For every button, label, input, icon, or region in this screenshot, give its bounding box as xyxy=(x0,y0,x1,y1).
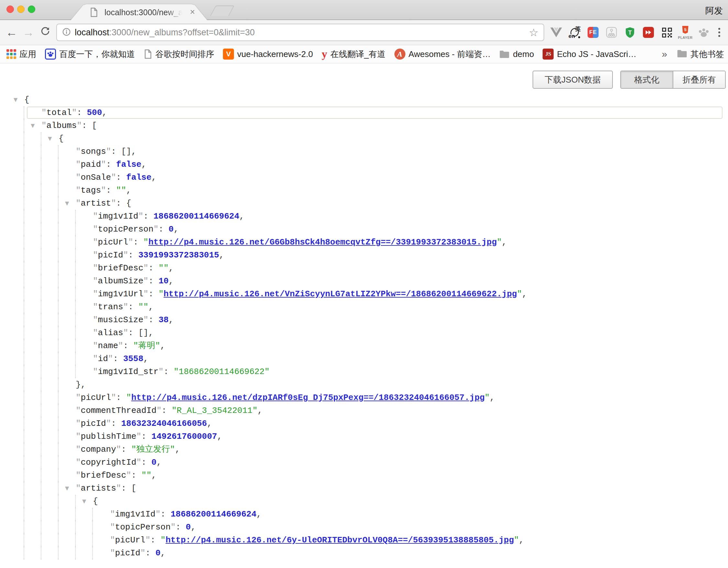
json-line: "img1v1Id": 18686200114669624, xyxy=(0,508,728,521)
bookmark-apps[interactable]: 应用 xyxy=(6,49,36,60)
json-line: "trans": "", xyxy=(0,301,728,314)
extension-vue-devtools[interactable] xyxy=(550,25,562,40)
json-line: }, xyxy=(0,378,728,391)
json-line: ▼"albums": [ xyxy=(0,119,728,132)
profile-name[interactable]: 阿发 xyxy=(705,5,723,17)
tab-close-icon[interactable]: × xyxy=(187,7,198,17)
other-bookmarks-folder[interactable]: 其他书签 xyxy=(677,49,724,60)
json-line-content: "songs": [], xyxy=(0,145,136,158)
address-bar[interactable]: localhost:3000/new_albums?offset=0&limit… xyxy=(56,24,544,41)
json-open-bracket: { xyxy=(93,496,98,506)
json-line-content: "id": 3558, xyxy=(0,352,149,365)
json-line-content: "briefDesc": "", xyxy=(0,262,174,274)
json-line-content: "artist": { xyxy=(0,197,131,210)
json-line: "tags": "", xyxy=(0,184,728,197)
extension-qrcode[interactable] xyxy=(661,25,673,40)
extension-translate[interactable]: 英en xyxy=(568,25,581,40)
json-line: "picUrl": "http://p4.music.126.net/dzpIA… xyxy=(0,391,728,404)
json-line-content: "publishTime": 1492617600007, xyxy=(0,430,222,443)
translate-target-label: 英 xyxy=(575,25,581,33)
json-key: albumSize xyxy=(98,276,143,286)
json-line-content: "picUrl": "http://p4.music.126.net/dzpIA… xyxy=(0,391,495,404)
json-open-bracket: { xyxy=(126,198,131,208)
json-key: paid xyxy=(81,160,101,169)
json-line: "company": "独立发行", xyxy=(0,443,728,456)
json-line-content: "copyrightId": 0, xyxy=(0,456,161,469)
vue-gray-icon xyxy=(550,28,562,37)
json-link[interactable]: http://p4.music.126.net/dzpIARf0sEg_Dj75… xyxy=(131,393,485,403)
forward-button[interactable]: → xyxy=(20,24,37,41)
bookmark-label: Awesomes - 前端资… xyxy=(409,49,491,60)
json-key: commentThreadId xyxy=(81,406,157,416)
json-value: "" xyxy=(138,302,148,312)
json-line: ▼{ xyxy=(0,93,728,106)
format-button[interactable]: 格式化 xyxy=(621,71,673,88)
extension-html5-player[interactable]: 5PLAYER xyxy=(679,25,691,40)
bookmark-demo[interactable]: demo xyxy=(499,49,534,59)
folder-icon xyxy=(499,50,510,58)
json-line-content: "picId": 18632324046166056, xyxy=(0,417,212,430)
json-line-content: "alias": [], xyxy=(0,327,153,340)
json-line: "picId": 3391993372383015, xyxy=(0,249,728,262)
window-controls xyxy=(6,6,35,13)
json-line: ▼{ xyxy=(0,132,728,145)
json-line: "alias": [], xyxy=(0,327,728,340)
bookmark-youdao[interactable]: y在线翻译_有道 xyxy=(322,48,385,60)
json-link[interactable]: http://p4.music.126.net/VnZiScyynLG7atLI… xyxy=(163,289,517,299)
json-value: 1492617600007 xyxy=(151,432,217,441)
json-line-content: "briefDesc": "", xyxy=(0,469,157,482)
window-minimize-button[interactable] xyxy=(17,6,25,13)
fe-icon: FE xyxy=(588,27,599,38)
json-line: "onSale": false, xyxy=(0,171,728,184)
json-key: musicSize xyxy=(98,315,143,325)
json-key: picId xyxy=(98,250,123,260)
bookmark-awesomes[interactable]: AAwesomes - 前端资… xyxy=(394,49,491,60)
awesomes-icon: A xyxy=(394,49,405,60)
url-text[interactable]: localhost:3000/new_albums?offset=0&limit… xyxy=(75,28,525,38)
browser-menu-icon[interactable] xyxy=(712,25,726,40)
bookmark-label: 其他书签 xyxy=(690,49,724,60)
json-line: "picId": 0, xyxy=(0,547,728,560)
json-key: artist xyxy=(81,198,111,208)
bookmark-google-sort[interactable]: 谷歌按时间排序 xyxy=(144,49,214,60)
bookmark-baidu[interactable]: 百度一下，你就知道 xyxy=(45,49,135,60)
reload-button[interactable] xyxy=(37,24,54,41)
extension-org-chart[interactable] xyxy=(605,25,618,40)
extensions-bar: 英enFET5PLAYER xyxy=(548,25,712,40)
extension-video-fast-forward[interactable] xyxy=(642,25,655,40)
json-key: tags xyxy=(81,185,101,195)
info-icon[interactable] xyxy=(62,28,71,38)
bookmarks-overflow-icon[interactable]: » xyxy=(662,49,667,60)
translate-source-label: en xyxy=(568,33,575,39)
json-key: briefDesc xyxy=(98,263,143,273)
bookmark-star-icon[interactable]: ☆ xyxy=(529,26,538,39)
json-line-content: "img1v1Id_str": "18686200114669622" xyxy=(0,365,270,378)
json-key: company xyxy=(81,445,116,454)
json-link[interactable]: http://p4.music.126.net/G6Gb8hsCk4h8oemc… xyxy=(149,237,497,247)
back-button[interactable]: ← xyxy=(3,24,20,41)
json-key: img1v1Url xyxy=(98,289,143,299)
extension-paw[interactable] xyxy=(698,25,710,40)
window-close-button[interactable] xyxy=(6,6,14,13)
window-zoom-button[interactable] xyxy=(28,6,35,13)
collapse-all-button[interactable]: 折叠所有 xyxy=(673,71,725,88)
reload-icon xyxy=(40,26,50,39)
svg-text:T: T xyxy=(628,29,632,36)
json-line-content: "albumSize": 10, xyxy=(0,274,174,288)
apps-grid-icon xyxy=(6,49,16,59)
bookmarks-right: » 其他书签 xyxy=(659,45,724,63)
browser-tab[interactable]: localhost:3000/new_albums?o × xyxy=(71,4,207,20)
json-line-content: "topicPerson": 0, xyxy=(0,521,196,534)
bookmark-echojs[interactable]: JSEcho JS - JavaScri… xyxy=(543,49,636,60)
json-link[interactable]: http://p4.music.126.net/6y-UleORITEDbvrO… xyxy=(166,535,514,545)
bookmark-vue-hackernews[interactable]: Vvue-hackernews-2.0 xyxy=(223,49,313,60)
extension-tampermonkey[interactable]: T xyxy=(624,25,636,40)
download-json-button[interactable]: 下载JSON数据 xyxy=(533,71,613,89)
json-value: false xyxy=(116,160,141,169)
json-line: "songs": [], xyxy=(0,145,728,158)
json-value: "蒋明" xyxy=(133,341,160,351)
html5-player-icon: 5PLAYER xyxy=(678,26,693,39)
extension-fehelper[interactable]: FE xyxy=(587,25,599,40)
json-value: 500 xyxy=(87,108,102,117)
new-tab-button[interactable] xyxy=(210,6,234,16)
